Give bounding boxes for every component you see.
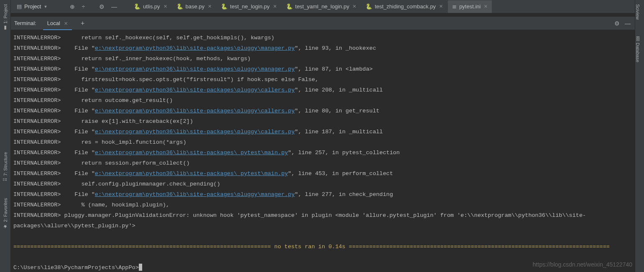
terminal-line: INTERNALERROR> firstresult=hook.spec.opt… [13,74,633,85]
test-summary: ========================================… [13,241,633,252]
tool-project[interactable]: ▮ 1: Project [3,4,8,31]
file-tab-label: test_zhiding_comback.py [375,3,436,10]
python-file-icon: 🐍 [221,3,227,10]
close-icon[interactable]: ✕ [64,21,68,26]
ini-file-icon: ≣ [452,3,457,10]
error-tag: INTERNALERROR> [13,168,68,179]
tool-label: Database [635,43,640,62]
python-file-icon: 🐍 [286,3,293,10]
error-tag: INTERNALERROR> [13,85,68,95]
database-icon: 🗄 [635,36,640,41]
file-tab-utlis-py[interactable]: 🐍utlis.py✕ [130,0,171,13]
folder-icon: ▮ [3,25,8,31]
file-link[interactable]: e:\nextprogram\python36\lib\site-package… [95,129,295,135]
tool-sciview[interactable]: Sciview [635,4,640,20]
error-tag: INTERNALERROR> [13,200,68,210]
file-tab-label: test_yaml_ne_login.py [295,3,349,10]
terminal-line: INTERNALERROR> return outcome.get_result… [13,95,633,106]
tool-label: 2: Favorites [3,198,8,222]
close-icon[interactable]: ✕ [164,4,167,9]
error-tag: INTERNALERROR> [13,74,68,85]
error-tag: INTERNALERROR> [13,137,68,147]
python-file-icon: 🐍 [176,3,183,10]
terminal-line: INTERNALERROR> res = hook_impl.function(… [13,137,633,147]
close-icon[interactable]: ✕ [484,4,488,9]
error-tag: INTERNALERROR> [13,64,68,74]
file-tab-label: pytest.ini [459,3,480,10]
editor-tab-bar: ▤ Project ▼ ⊕ ÷ ⚙ — 🐍utlis.py✕🐍base.py✕🐍… [11,0,635,13]
terminal-line: INTERNALERROR> File "e:\nextprogram\pyth… [13,106,633,116]
error-tag: INTERNALERROR> [13,33,68,43]
terminal-line: INTERNALERROR> self.config.pluginmanager… [13,179,633,189]
error-tag: INTERNALERROR> [13,116,68,127]
add-terminal-button[interactable]: ＋ [79,19,86,27]
error-tag: INTERNALERROR> [13,43,68,53]
cursor [139,264,142,271]
error-tag: INTERNALERROR> [13,147,68,158]
error-tag: INTERNALERROR> [13,95,68,106]
file-tab-label: test_ne_login.py [230,3,270,10]
file-tab-base-py[interactable]: 🐍base.py✕ [172,0,216,13]
file-tab-label: utlis.py [143,3,160,10]
terminal-line: INTERNALERROR> return self._inner_hookex… [13,53,633,64]
error-tag: INTERNALERROR> [13,189,68,200]
close-icon[interactable]: ✕ [273,4,277,9]
error-tag: INTERNALERROR> [13,127,68,137]
error-tag: INTERNALERROR> [13,158,68,168]
star-icon: ★ [3,224,8,230]
file-link[interactable]: e:\nextprogram\python36\lib\site-package… [95,170,288,177]
terminal-line: INTERNALERROR> File "e:\nextprogram\pyth… [13,64,633,74]
view-controls: ⊕ ÷ ⚙ — [70,3,117,10]
minimize-icon[interactable]: — [625,20,631,27]
project-label: Project [24,3,41,10]
watermark: https://blog.csdn.net/weixin_45122740 [533,261,632,268]
terminal-output[interactable]: INTERNALERROR> return self._hookexec(sel… [11,30,635,272]
close-icon[interactable]: ✕ [439,4,443,9]
terminal-line: INTERNALERROR> File "e:\nextprogram\pyth… [13,189,633,200]
tool-favorites[interactable]: ★ 2: Favorites [3,198,8,229]
chevron-down-icon: ▼ [43,5,47,9]
terminal-title: Terminal: [14,20,36,26]
project-icon: ▤ [17,3,22,10]
tool-database[interactable]: 🗄 Database [635,36,640,62]
terminal-line: INTERNALERROR> pluggy.manager.PluginVali… [13,210,633,221]
terminal-line: INTERNALERROR> raise ex[1].with_tracebac… [13,116,633,127]
collapse-icon[interactable]: ÷ [82,3,85,10]
python-file-icon: 🐍 [365,3,372,10]
file-link[interactable]: e:\nextprogram\python36\lib\site-package… [95,108,295,114]
file-link[interactable]: e:\nextprogram\python36\lib\site-package… [95,87,295,93]
gear-icon[interactable]: ⚙ [99,3,105,10]
file-link[interactable]: e:\nextprogram\python36\lib\site-package… [95,66,295,72]
gear-icon[interactable]: ⚙ [614,20,620,27]
tool-label: 1: Project [3,4,8,23]
minimize-icon[interactable]: — [111,3,117,10]
error-tag: INTERNALERROR> [13,106,68,116]
tab-label: Local [47,20,60,26]
right-toolbar: Sciview 🗄 Database [635,0,644,272]
close-icon[interactable]: ✕ [208,4,212,9]
file-link[interactable]: e:\nextprogram\python36\lib\site-package… [95,191,295,198]
file-tab-test_yaml_ne_login-py[interactable]: 🐍test_yaml_ne_login.py✕ [282,0,360,13]
project-dropdown[interactable]: ▤ Project ▼ [11,0,53,13]
error-tag: INTERNALERROR> [13,53,68,64]
terminal-line: INTERNALERROR> return self._hookexec(sel… [13,33,633,43]
terminal-line: INTERNALERROR> File "e:\nextprogram\pyth… [13,168,633,179]
left-toolbar: ▮ 1: Project ⠿ 7: Structure ★ 2: Favorit… [0,0,11,272]
terminal-header: Terminal: Local ✕ ＋ ⚙ — [11,17,635,30]
target-icon[interactable]: ⊕ [70,3,75,10]
terminal-line [13,231,633,241]
file-tabs: 🐍utlis.py✕🐍base.py✕🐍test_ne_login.py✕🐍te… [130,0,492,13]
tool-structure[interactable]: ⠿ 7: Structure [3,152,8,181]
terminal-line: INTERNALERROR> % (name, hookimpl.plugin)… [13,200,633,210]
file-link[interactable]: e:\nextprogram\python36\lib\site-package… [95,45,295,51]
terminal-tab-local[interactable]: Local ✕ [43,18,72,28]
file-tab-test_ne_login-py[interactable]: 🐍test_ne_login.py✕ [217,0,281,13]
close-icon[interactable]: ✕ [353,4,356,9]
error-tag: INTERNALERROR> [13,179,68,189]
file-tab-test_zhiding_comback-py[interactable]: 🐍test_zhiding_comback.py✕ [361,0,447,13]
file-tab-pytest-ini[interactable]: ≣pytest.ini✕ [448,0,492,13]
file-link[interactable]: e:\nextprogram\python36\lib\site-package… [95,150,288,156]
terminal-line: INTERNALERROR> File "e:\nextprogram\pyth… [13,43,633,53]
structure-icon: ⠿ [3,178,8,181]
terminal-line: INTERNALERROR> File "e:\nextprogram\pyth… [13,147,633,158]
